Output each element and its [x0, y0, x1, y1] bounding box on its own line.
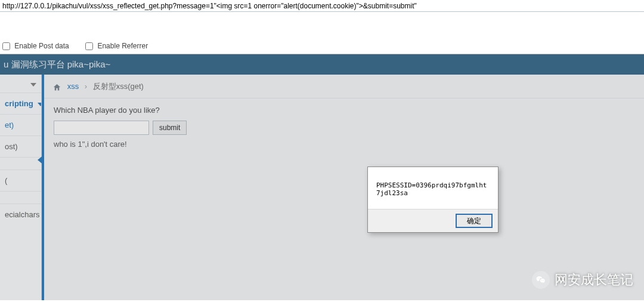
sidebar-item-specialchars[interactable]: ecialchars	[0, 204, 41, 225]
sidebar-item-reflected-post[interactable]: ost)	[0, 135, 41, 157]
main-content: xss › 反射型xss(get) Which NBA player do yo…	[42, 75, 644, 300]
enable-referrer-input[interactable]	[85, 42, 93, 50]
sidebar-item-3[interactable]	[0, 157, 41, 170]
breadcrumb: xss › 反射型xss(get)	[44, 75, 644, 98]
home-icon[interactable]	[52, 75, 61, 99]
watermark-text: 网安成长笔记	[555, 271, 633, 289]
sidebar-group-xss[interactable]: cripting	[0, 93, 41, 114]
question-text: Which NBA player do you like?	[54, 106, 634, 115]
alert-ok-button[interactable]: 确定	[456, 214, 492, 227]
sidebar-group-label: cripting	[5, 99, 33, 108]
response-echo: who is 1",i don't care!	[54, 140, 634, 149]
devtools-toolbar: Enable Post data Enable Referrer	[0, 39, 644, 54]
address-bar[interactable]	[0, 0, 644, 12]
breadcrumb-current: 反射型xss(get)	[93, 82, 144, 91]
sidebar-item-4[interactable]: (	[0, 170, 41, 191]
enable-post-label: Enable Post data	[14, 42, 69, 50]
enable-referrer-checkbox[interactable]: Enable Referrer	[85, 42, 148, 50]
enable-post-checkbox[interactable]: Enable Post data	[2, 42, 71, 50]
app-header: u 漏洞练习平台 pika~pika~	[0, 54, 644, 75]
chevron-down-icon	[38, 103, 41, 106]
alert-message: PHPSESSID=0396prdqi97bfgmlht7jdl23sa	[368, 167, 498, 209]
wechat-icon	[532, 271, 550, 289]
enable-post-input[interactable]	[2, 42, 10, 50]
submit-button[interactable]: submit	[153, 121, 187, 135]
enable-referrer-label: Enable Referrer	[97, 42, 148, 50]
active-nav-arrow-icon	[38, 155, 44, 165]
sidebar-collapse[interactable]	[0, 75, 41, 93]
app-container: u 漏洞练习平台 pika~pika~ cripting et) ost) ( …	[0, 54, 644, 300]
url-input[interactable]	[2, 2, 642, 10]
watermark: 网安成长笔记	[532, 271, 633, 289]
sidebar-item-5[interactable]	[0, 191, 41, 204]
app-title: u 漏洞练习平台 pika~pika~	[4, 59, 110, 69]
sidebar: cripting et) ost) ( ecialchars	[0, 75, 42, 300]
breadcrumb-root[interactable]: xss	[67, 82, 79, 91]
breadcrumb-sep: ›	[85, 82, 87, 91]
alert-dialog: PHPSESSID=0396prdqi97bfgmlht7jdl23sa 确定	[367, 167, 499, 233]
chevron-down-icon	[30, 83, 36, 87]
message-input[interactable]	[54, 121, 149, 135]
sidebar-item-reflected-get[interactable]: et)	[0, 114, 41, 135]
